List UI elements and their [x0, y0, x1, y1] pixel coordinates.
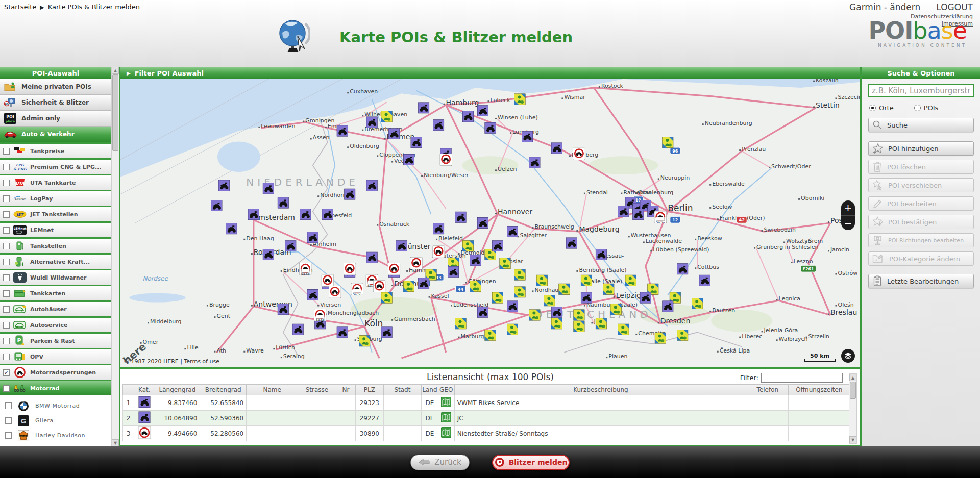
scroll-up-icon[interactable]: ▲: [849, 374, 856, 381]
sidebar-subcategory-motorrad[interactable]: Motorrad: [0, 381, 111, 395]
radio-orte[interactable]: [869, 105, 876, 111]
checkbox[interactable]: [3, 195, 10, 202]
sidebar-category-auto-verkehr[interactable]: Auto & Verkehr: [0, 127, 111, 142]
svg-text:Plauen: Plauen: [608, 353, 627, 360]
back-button[interactable]: Zurück: [410, 455, 470, 470]
list-scrollbar[interactable]: ▲ ▼: [849, 373, 857, 444]
checkbox[interactable]: [3, 259, 10, 265]
table-row[interactable]: 210.06489052.59036029227DEJC: [123, 411, 850, 426]
list-filter-input[interactable]: [761, 373, 843, 383]
svg-text:Hannover: Hannover: [498, 208, 532, 216]
sidebar-item-jet-tankstellen[interactable]: JETJET Tankstellen: [0, 207, 111, 221]
sidebar-item-bmw-motorrad[interactable]: BMWBMW Motorrad: [5, 398, 111, 413]
svg-text:Assen: Assen: [313, 134, 330, 141]
checkbox-checked[interactable]: ✓: [3, 369, 10, 376]
svg-text:LOGPAY: LOGPAY: [15, 198, 26, 200]
scroll-up-icon[interactable]: ▲: [112, 67, 119, 74]
checkbox[interactable]: [3, 211, 10, 218]
svg-text:Sa,So: Sa,So: [353, 292, 361, 296]
sidebar-item-premium-cng-lpg-[interactable]: LPG& CNGPremium CNG & LPG...: [0, 160, 111, 174]
scroll-down-icon[interactable]: ▼: [849, 436, 856, 443]
search-options-panel: Suche & Optionen OrtePOIs SuchePOI hinzu…: [862, 67, 980, 446]
checkbox[interactable]: [3, 243, 10, 249]
arrow-left-icon: [419, 459, 430, 466]
scrollbar-thumb[interactable]: [112, 74, 118, 151]
checkbox[interactable]: [3, 354, 10, 360]
checkbox[interactable]: [3, 322, 10, 329]
sidebar-category-meine-privaten-pois[interactable]: Meine privaten POIs: [0, 79, 111, 95]
checkbox[interactable]: [3, 180, 10, 186]
checkbox[interactable]: [3, 306, 10, 313]
letzte-bearbeitungen-button[interactable]: Letzte Bearbeitungen: [868, 274, 974, 288]
radio-pois[interactable]: [914, 105, 921, 111]
sidebar-item-tankkarten[interactable]: Tankkarten: [0, 286, 111, 300]
map-canvas[interactable]: CuxhavenLübeckWismarRostockHamburgBremer…: [120, 79, 860, 367]
parking-icon: P: [13, 335, 27, 346]
sidebar-scrollbar[interactable]: ▲ ▼: [111, 67, 119, 446]
sidebar-item-parken-rast[interactable]: PParken & Rast: [0, 334, 111, 348]
sidebar-item-tankstellen[interactable]: Tankstellen: [0, 239, 111, 253]
sidebar-item-öpv[interactable]: ÖPV: [0, 349, 111, 364]
sidebar-item-autoservice[interactable]: Autoservice: [0, 318, 111, 332]
checkbox[interactable]: [5, 432, 12, 439]
sidebar-item-wuidi-wildwarner[interactable]: Wuidi Wildwarner: [0, 270, 111, 285]
sidebar-item-alternative-kraft-[interactable]: Alternative Kraft...: [0, 255, 111, 269]
sidebar-category-sicherheit-blitzer[interactable]: 80Sicherheit & Blitzer: [0, 95, 111, 111]
svg-text:plaza: plaza: [6, 119, 15, 123]
item-label: Tankkarten: [30, 290, 65, 297]
svg-text:Liberec: Liberec: [742, 333, 762, 340]
map-layers-button[interactable]: [841, 349, 855, 363]
sidebar-item-tankpreise[interactable]: Tankpreise: [0, 144, 111, 158]
filter-label: Filter:: [740, 374, 758, 382]
item-label: ÖPV: [30, 354, 43, 360]
breadcrumb-current-link[interactable]: Karte POIs & Blitzer melden: [48, 3, 140, 11]
sidebar-item-motorradsperrungen[interactable]: ✓Motorradsperrungen: [0, 365, 111, 380]
poi-selection-header: POI-Auswahl: [0, 67, 111, 79]
table-row[interactable]: 39.49466052.28056030890DENienstedter Str…: [123, 426, 850, 441]
checkbox[interactable]: [5, 402, 12, 409]
svg-text:Jarocin: Jarocin: [830, 246, 849, 253]
sidebar-category-admin-only[interactable]: POIplazaAdmin only: [0, 111, 111, 127]
button-label: POI bearbeiten: [887, 200, 937, 208]
moto-ban-icon: [134, 426, 155, 441]
filter-poi-bar[interactable]: ▶ Filter POI Auswahl: [120, 67, 860, 79]
checkbox[interactable]: [3, 227, 10, 234]
sidebar-item-autohäuser[interactable]: Autohäuser: [0, 302, 111, 316]
checkbox[interactable]: [3, 164, 10, 170]
poi-bearbeiten-button: POI bearbeiten: [868, 196, 974, 211]
svg-text:P: P: [17, 337, 21, 344]
terms-link[interactable]: Terms of use: [184, 358, 219, 365]
table-row[interactable]: 19.83746052.65584029323DEVWMT Bikes Serv…: [123, 395, 850, 411]
scrollbar-thumb[interactable]: [850, 382, 856, 399]
zoom-in-button[interactable]: +: [841, 200, 855, 216]
checkbox[interactable]: [5, 417, 12, 424]
zoom-out-button[interactable]: −: [841, 216, 855, 231]
account-change-link[interactable]: Garmin - ändern: [849, 2, 920, 12]
logout-link[interactable]: LOGOUT: [936, 2, 973, 12]
search-input[interactable]: [868, 84, 974, 97]
svg-text:HARLEY: HARLEY: [20, 435, 28, 437]
checkbox[interactable]: [3, 290, 10, 297]
svg-text:& CNG: & CNG: [13, 167, 27, 171]
svg-text:Wavre: Wavre: [246, 347, 264, 354]
report-speedcam-button[interactable]: Blitzer melden: [492, 455, 570, 470]
sidebar-item-gilera[interactable]: GGilera: [5, 413, 111, 428]
suche-button[interactable]: Suche: [868, 118, 974, 132]
breadcrumb-home-link[interactable]: Startseite: [4, 3, 36, 11]
sidebar-item-logpay[interactable]: LOGPAYLogPay: [0, 191, 111, 206]
checkbox[interactable]: [3, 338, 10, 344]
sidebar-item-uta-tankkarte[interactable]: UTAUTA Tankkarte: [0, 175, 111, 190]
svg-text:Ostrów Wielkopolski: Ostrów Wielkopolski: [838, 270, 861, 276]
scroll-down-icon[interactable]: ▼: [112, 439, 119, 446]
radio-label-orte: Orte: [879, 104, 894, 112]
checkbox[interactable]: [3, 385, 10, 392]
checkbox[interactable]: [3, 274, 10, 281]
sidebar-item-lemnet[interactable]: LEMnetLEMnet: [0, 223, 111, 237]
svg-text:Dresden: Dresden: [660, 317, 690, 325]
harley-icon: HARLEY: [17, 430, 30, 441]
svg-text:Den Haag: Den Haag: [246, 235, 274, 242]
poi-selection-panel: POI-Auswahl Meine privaten POIs80Sicherh…: [0, 67, 111, 446]
sidebar-item-harley-davidson[interactable]: HARLEYHarley Davidson: [5, 428, 111, 443]
poi-hinzufügen-button[interactable]: POI hinzufügen: [868, 141, 974, 156]
checkbox[interactable]: [3, 148, 10, 155]
